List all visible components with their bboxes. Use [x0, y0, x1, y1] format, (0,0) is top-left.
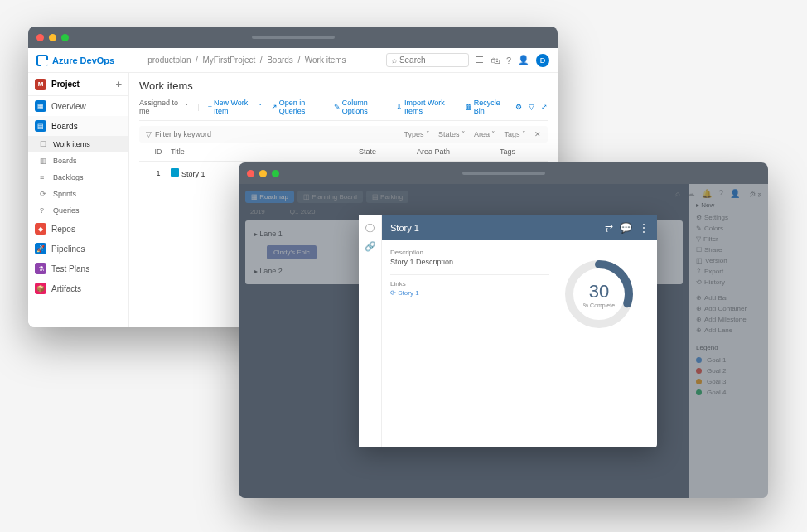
- testplans-icon: ⚗: [35, 263, 46, 274]
- table-header: ID Title State Area Path Tags: [139, 143, 548, 162]
- sidebar-item-overview[interactable]: ▦Overview: [28, 96, 128, 116]
- filter-bar: ▽ Types ˅ States ˅ Area ˅ Tags ˅ ✕: [139, 126, 548, 143]
- story-modal: ⓘ 🔗 Story 1 ⇄ 💬 ⋮ Description Story 1 De…: [359, 215, 657, 447]
- funnel-icon: ▽: [146, 130, 152, 138]
- search-input[interactable]: ⌕: [386, 53, 469, 67]
- settings-icon[interactable]: ⚙: [515, 103, 522, 111]
- window-titlebar: [239, 162, 768, 184]
- backlog-icon: ≡: [40, 173, 50, 181]
- person-icon[interactable]: 👤: [518, 55, 529, 65]
- modal-title: Story 1: [390, 223, 419, 233]
- share-icon[interactable]: ⇄: [605, 222, 613, 234]
- pipelines-icon: 🚀: [35, 243, 46, 254]
- productplan-window: ⌕ ☁ 🔔 ? 👤 ⋮⋮ ▦ Roadmap ◫ Planning Board …: [239, 162, 768, 498]
- modal-sidebar: ⓘ 🔗: [359, 215, 382, 447]
- sidebar-item-backlogs[interactable]: ≡Backlogs: [28, 169, 128, 186]
- states-dropdown[interactable]: States ˅: [438, 130, 466, 138]
- project-row[interactable]: M Project +: [28, 73, 128, 96]
- sidebar-item-boards[interactable]: ▤Boards: [28, 116, 128, 136]
- azure-logo-icon: [36, 55, 48, 66]
- sprint-icon: ⟳: [40, 190, 50, 198]
- area-dropdown[interactable]: Area ˅: [474, 130, 496, 138]
- sidebar-item-repos[interactable]: ◆Repos: [28, 219, 128, 239]
- project-icon: M: [35, 79, 46, 90]
- percent-label: % Complete: [583, 302, 615, 308]
- window-titlebar: [28, 27, 558, 48]
- info-icon[interactable]: ⓘ: [365, 222, 375, 235]
- recycle-button[interactable]: 🗑 Recycle Bin: [465, 99, 507, 115]
- desc-value: Story 1 Description: [390, 258, 549, 266]
- page-title: Work items: [139, 80, 548, 92]
- list-icon[interactable]: ☰: [476, 55, 484, 65]
- story-icon: [171, 168, 179, 177]
- link-item[interactable]: ⟳ Story 1: [390, 289, 549, 297]
- bag-icon[interactable]: 🛍: [490, 56, 500, 65]
- breadcrumb: productplan / MyFirstProject / Boards / …: [147, 56, 346, 65]
- column-options-button[interactable]: ✎ Column Options: [334, 99, 388, 115]
- header: Azure DevOps productplan / MyFirstProjec…: [28, 48, 558, 73]
- desc-label: Description: [390, 249, 549, 256]
- modal-header: Story 1 ⇄ 💬 ⋮: [382, 215, 657, 240]
- filter-icon[interactable]: ▽: [529, 103, 534, 111]
- crumb[interactable]: productplan: [147, 56, 191, 65]
- sidebar-item-testplans[interactable]: ⚗Test Plans: [28, 259, 128, 278]
- project-label: Project: [51, 80, 80, 89]
- search-field[interactable]: [399, 56, 457, 65]
- board-icon: ▥: [40, 157, 50, 165]
- import-button[interactable]: ⇩ Import Work Items: [396, 99, 457, 115]
- col-id[interactable]: ID: [146, 148, 171, 156]
- repos-icon: ◆: [35, 223, 46, 235]
- window-grip: [462, 172, 545, 175]
- tags-dropdown[interactable]: Tags ˅: [504, 130, 526, 138]
- col-area[interactable]: Area Path: [417, 148, 500, 156]
- sidebar-item-boards-sub[interactable]: ▥Boards: [28, 152, 128, 169]
- col-tags[interactable]: Tags: [500, 148, 541, 156]
- sidebar-item-artifacts[interactable]: 📦Artifacts: [28, 278, 128, 298]
- sidebar: M Project + ▦Overview ▤Boards ☐Work item…: [28, 73, 129, 327]
- expand-icon[interactable]: ⤢: [541, 103, 548, 111]
- close-icon[interactable]: [36, 34, 44, 41]
- add-project-button[interactable]: +: [115, 78, 122, 90]
- crumb[interactable]: Work items: [305, 56, 346, 65]
- sidebar-item-sprints[interactable]: ⟳Sprints: [28, 186, 128, 202]
- sidebar-item-workitems[interactable]: ☐Work items: [28, 136, 128, 152]
- toolbar: Assigned to me ˅ | + New Work Item ˅ ↗ O…: [139, 99, 548, 121]
- progress-chart: 30 % Complete: [549, 249, 649, 439]
- cell-id: 1: [146, 169, 171, 177]
- assigned-dropdown[interactable]: Assigned to me ˅: [139, 99, 189, 115]
- col-title[interactable]: Title: [171, 148, 359, 156]
- query-icon: ?: [40, 206, 50, 215]
- modal-content: Description Story 1 Description Links ⟳ …: [390, 249, 549, 439]
- open-queries-button[interactable]: ↗ Open in Queries: [271, 99, 326, 115]
- maximize-icon[interactable]: [272, 170, 279, 177]
- filter-input[interactable]: [155, 130, 404, 138]
- link-icon[interactable]: 🔗: [365, 241, 376, 252]
- help-icon[interactable]: ?: [506, 56, 511, 65]
- minimize-icon[interactable]: [259, 170, 267, 177]
- percent-value: 30: [589, 281, 609, 302]
- crumb[interactable]: Boards: [267, 56, 293, 65]
- close-filter-button[interactable]: ✕: [534, 130, 541, 138]
- search-icon: ⌕: [392, 56, 397, 65]
- avatar[interactable]: D: [536, 54, 549, 67]
- boards-icon: ▤: [35, 120, 46, 132]
- workitems-icon: ☐: [40, 140, 50, 148]
- types-dropdown[interactable]: Types ˅: [404, 130, 430, 138]
- close-icon[interactable]: [247, 170, 254, 177]
- links-label: Links: [390, 280, 549, 288]
- brand-label[interactable]: Azure DevOps: [52, 56, 114, 65]
- new-workitem-button[interactable]: + New Work Item ˅: [208, 99, 263, 115]
- maximize-icon[interactable]: [61, 34, 69, 41]
- window-grip: [252, 36, 335, 39]
- sidebar-item-pipelines[interactable]: 🚀Pipelines: [28, 239, 128, 259]
- chat-icon[interactable]: 💬: [620, 222, 632, 234]
- sidebar-item-queries[interactable]: ?Queries: [28, 202, 128, 219]
- overview-icon: ▦: [35, 100, 46, 112]
- window-controls: [247, 170, 279, 177]
- crumb[interactable]: MyFirstProject: [202, 56, 255, 65]
- window-controls: [36, 34, 69, 41]
- more-icon[interactable]: ⋮: [639, 222, 649, 234]
- col-state[interactable]: State: [359, 148, 417, 156]
- artifacts-icon: 📦: [35, 283, 46, 294]
- minimize-icon[interactable]: [49, 34, 56, 41]
